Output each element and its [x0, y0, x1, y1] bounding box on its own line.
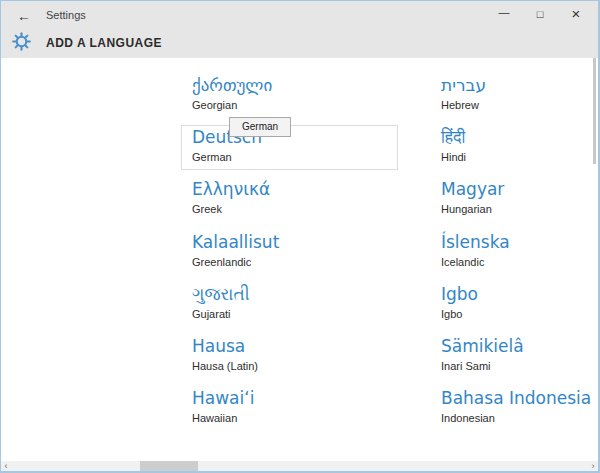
minimize-icon: — — [499, 6, 510, 18]
language-native-name: Íslenska — [441, 232, 600, 253]
page-title: ADD A LANGUAGE — [46, 36, 162, 50]
language-native-name: Magyar — [441, 179, 600, 200]
language-item[interactable]: HawaiʻiHawaiian — [192, 388, 409, 434]
close-button[interactable]: × — [558, 1, 594, 29]
language-english-name: Hindi — [441, 150, 600, 164]
close-icon: × — [572, 5, 581, 22]
language-item[interactable]: MagyarHungarian — [441, 179, 600, 225]
language-native-name: ગુજરાતી — [192, 284, 409, 305]
window-title: Settings — [46, 9, 86, 21]
language-english-name: Hebrew — [441, 98, 600, 112]
language-english-name: Hausa (Latin) — [192, 359, 409, 373]
vertical-scrollbar-thumb[interactable] — [593, 58, 596, 164]
language-item[interactable]: ÍslenskaIcelandic — [441, 232, 600, 278]
language-english-name: Georgian — [192, 98, 409, 112]
maximize-button[interactable]: □ — [522, 1, 558, 29]
gear-icon — [12, 32, 31, 51]
language-english-name: German — [192, 150, 409, 164]
maximize-icon: □ — [537, 8, 544, 20]
horizontal-scrollbar[interactable]: ‹ › — [1, 461, 598, 471]
language-english-name: Icelandic — [441, 255, 600, 269]
language-item[interactable]: ქართულიGeorgian — [192, 75, 409, 121]
language-native-name: עברית — [441, 75, 600, 96]
language-item[interactable]: HausaHausa (Latin) — [192, 336, 409, 382]
language-english-name: Greenlandic — [192, 255, 409, 269]
language-english-name: Hungarian — [441, 202, 600, 216]
titlebar: ← Settings — □ × — [1, 1, 598, 31]
language-item-highlighted[interactable]: DeutschGerman — [192, 127, 409, 173]
language-english-name: Hawaiian — [192, 411, 409, 425]
language-native-name: Deutsch — [192, 127, 409, 148]
scroll-right-arrow-icon[interactable]: › — [588, 461, 598, 471]
language-item[interactable]: IgboIgbo — [441, 284, 600, 330]
minimize-button[interactable]: — — [486, 1, 522, 29]
language-english-name: Inari Sami — [441, 359, 600, 373]
language-native-name: Igbo — [441, 284, 600, 305]
back-button[interactable]: ← — [11, 4, 37, 28]
language-native-name: Bahasa Indonesia — [441, 388, 600, 409]
language-item[interactable]: हिंदीHindi — [441, 127, 600, 173]
language-english-name: Indonesian — [441, 411, 600, 425]
language-english-name: Igbo — [441, 307, 600, 321]
language-native-name: Kalaallisut — [192, 232, 409, 253]
language-english-name: Gujarati — [192, 307, 409, 321]
language-native-name: हिंदी — [441, 127, 600, 148]
language-item[interactable]: עבריתHebrew — [441, 75, 600, 121]
language-item[interactable]: ΕλληνικάGreek — [192, 179, 409, 225]
language-native-name: Sämikielâ — [441, 336, 600, 357]
language-item[interactable]: Bahasa IndonesiaIndonesian — [441, 388, 600, 434]
scroll-left-arrow-icon[interactable]: ‹ — [1, 461, 11, 471]
language-english-name: Greek — [192, 202, 409, 216]
tooltip: German — [229, 117, 291, 137]
page-header: ADD A LANGUAGE — [1, 31, 598, 58]
window-controls: — □ × — [486, 1, 594, 31]
language-item[interactable]: KalaallisutGreenlandic — [192, 232, 409, 278]
back-icon: ← — [17, 8, 31, 24]
language-item[interactable]: SämikielâInari Sami — [441, 336, 600, 382]
horizontal-scrollbar-thumb[interactable] — [140, 461, 198, 471]
language-native-name: ქართული — [192, 75, 409, 96]
language-native-name: Hausa — [192, 336, 409, 357]
language-item[interactable]: ગુજરાતીGujarati — [192, 284, 409, 330]
settings-window: ← Settings — □ × ADD A LANGUAGE — [0, 0, 600, 473]
language-native-name: Hawaiʻi — [192, 388, 409, 409]
language-native-name: Ελληνικά — [192, 179, 409, 200]
